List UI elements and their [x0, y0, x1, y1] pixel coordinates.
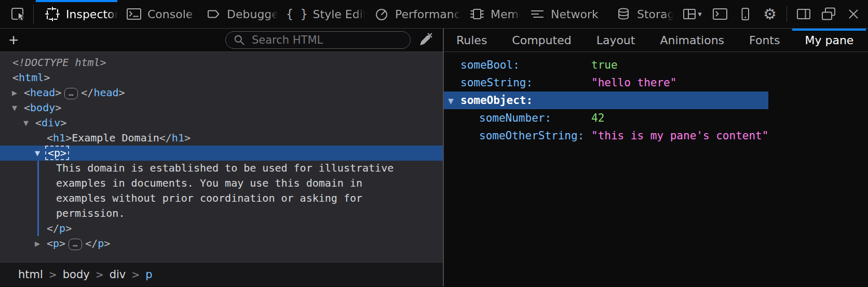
expand-arrow-icon[interactable]: ▶: [12, 85, 17, 100]
dock-side-icon: [795, 6, 812, 22]
inspector-icon: [44, 6, 61, 22]
breadcrumb-item-p[interactable]: p: [141, 268, 157, 281]
sidebar-tab-fonts[interactable]: Fonts: [737, 29, 792, 51]
eyedropper-icon: [416, 31, 434, 49]
tab-label: Network: [551, 8, 607, 21]
markup-line[interactable]: examples in documents. You may use this …: [0, 176, 443, 191]
tab-performance[interactable]: Performance: [365, 0, 460, 28]
breadcrumb: html>body>div>p: [0, 262, 443, 286]
separate-window-button[interactable]: [818, 4, 839, 24]
split-console-icon: [712, 6, 728, 22]
markup-line[interactable]: examples without prior coordination or a…: [0, 191, 443, 206]
performance-icon: [373, 6, 390, 22]
markup-line[interactable]: ▼<div>: [0, 115, 443, 131]
pane-property-name: someNumber:: [479, 109, 591, 127]
tab-console[interactable]: Console: [117, 0, 197, 28]
search-html-box[interactable]: [225, 31, 411, 49]
markup-toolbar: +: [0, 29, 443, 52]
sidebar-tab-computed[interactable]: Computed: [499, 29, 584, 51]
collapse-arrow-icon[interactable]: ▼: [35, 146, 40, 161]
markup-line[interactable]: ▶<head>…</head>: [0, 85, 443, 100]
tab-label: Inspector: [66, 8, 117, 21]
markup-line-selected[interactable]: ▼<p>: [0, 146, 443, 161]
breadcrumb-separator-icon: >: [48, 269, 58, 280]
pane-property-value: "this is my pane's content": [591, 129, 768, 142]
tab-label: Debugger: [227, 8, 278, 21]
tab-debugger[interactable]: Debugger: [197, 0, 278, 28]
markup-line[interactable]: </p>: [0, 221, 443, 236]
pane-property-name: someOtherString:: [479, 127, 591, 145]
close-icon: [845, 6, 862, 22]
markup-line[interactable]: ▶<p>…</p>: [0, 236, 443, 251]
toolbar-separator: [33, 4, 34, 24]
devtools-window: InspectorConsoleDebugger{ }Style EditorP…: [0, 0, 868, 287]
markup-line[interactable]: <!DOCTYPE html>: [0, 55, 443, 70]
tab-storage[interactable]: Storage: [607, 0, 673, 28]
pane-property-value: true: [591, 59, 618, 71]
dock-side-button[interactable]: [793, 4, 814, 24]
breadcrumb-separator-icon: >: [130, 269, 141, 280]
breadcrumb-item-body[interactable]: body: [58, 268, 94, 281]
pane-tree: someBool:truesomeString:"hello there"▼so…: [444, 56, 768, 145]
pane-property-value: "hello there": [591, 76, 676, 89]
tab-label: Performance: [395, 8, 460, 21]
tab-label: Console: [147, 8, 197, 21]
console-icon: [126, 6, 142, 22]
memory-icon: [469, 6, 485, 22]
toolbar-separator: [786, 6, 787, 22]
pane-row-someString[interactable]: someString:"hello there": [444, 74, 768, 92]
tab-network[interactable]: Network: [521, 0, 607, 28]
close-button[interactable]: [843, 4, 864, 24]
devtools-toolbar: InspectorConsoleDebugger{ }Style EditorP…: [0, 0, 868, 29]
pane-row-someObject[interactable]: ▼someObject:: [444, 92, 768, 109]
markup-view: <!DOCTYPE html><html>▶<head>…</head>▼<bo…: [0, 52, 443, 262]
breadcrumb-item-div[interactable]: div: [105, 268, 131, 281]
storage-icon: [615, 6, 632, 22]
pane-row-someBool[interactable]: someBool:true: [444, 56, 768, 74]
sidebar-tabs: RulesComputedLayoutAnimationsFontsMy pan…: [444, 29, 868, 52]
expand-arrow-icon[interactable]: ▶: [35, 236, 40, 251]
search-html-input[interactable]: [251, 33, 404, 47]
eyedropper-button[interactable]: [414, 31, 437, 49]
breadcrumb-item-html[interactable]: html: [13, 268, 48, 281]
tab-style-editor[interactable]: { }Style Editor: [278, 0, 365, 28]
settings-gear-button[interactable]: ⚙: [760, 4, 780, 24]
tab-memory[interactable]: Memory: [460, 0, 521, 28]
search-icon: [232, 33, 247, 47]
toolbox-buttons: ▾⚙: [679, 0, 868, 28]
collapse-arrow-icon[interactable]: ▼: [23, 115, 29, 131]
ellipsis-badge[interactable]: …: [64, 88, 78, 99]
sidebar-tab-rules[interactable]: Rules: [444, 29, 499, 51]
sidebar-tab-animations[interactable]: Animations: [647, 29, 737, 51]
collapse-arrow-icon[interactable]: ▼: [448, 92, 454, 110]
split-console-button[interactable]: [710, 4, 730, 24]
node-picker-icon: [9, 5, 28, 23]
sidebar-tab-my-pane[interactable]: My pane: [792, 29, 866, 51]
sidebar-panel: RulesComputedLayoutAnimationsFontsMy pan…: [444, 29, 868, 286]
markup-line[interactable]: permission.: [0, 206, 443, 221]
inspector-panel: +: [0, 29, 444, 286]
markup-line[interactable]: This domain is established to be used fo…: [0, 161, 443, 176]
toolbox-body: +: [0, 29, 868, 286]
markup-line[interactable]: <h1>Example Domain</h1>: [0, 131, 443, 146]
pane-property-name: someBool:: [460, 56, 591, 74]
separate-window-icon: [820, 6, 837, 22]
pane-row-someOtherString[interactable]: someOtherString:"this is my pane's conte…: [444, 127, 768, 145]
responsive-mode-button[interactable]: [735, 4, 755, 24]
markup-line[interactable]: <html>: [0, 70, 443, 85]
markup-line[interactable]: ▼<body>: [0, 100, 443, 115]
sidebar-tab-layout[interactable]: Layout: [584, 29, 648, 51]
pane-property-value: 42: [591, 112, 604, 124]
node-picker-button[interactable]: [6, 0, 31, 28]
debugger-icon: [205, 6, 222, 22]
tab-inspector[interactable]: Inspector: [36, 0, 117, 28]
layout-dropdown-icon: [682, 6, 699, 22]
pane-property-name: someString:: [460, 74, 591, 92]
layout-dropdown-button[interactable]: ▾: [679, 4, 706, 24]
add-node-button[interactable]: +: [2, 30, 25, 50]
toolbox-tabs: InspectorConsoleDebugger{ }Style EditorP…: [36, 0, 673, 28]
add-node-icon: +: [9, 31, 19, 50]
collapse-arrow-icon[interactable]: ▼: [12, 100, 17, 115]
ellipsis-badge[interactable]: …: [69, 239, 82, 250]
pane-row-someNumber[interactable]: someNumber:42: [444, 109, 768, 127]
